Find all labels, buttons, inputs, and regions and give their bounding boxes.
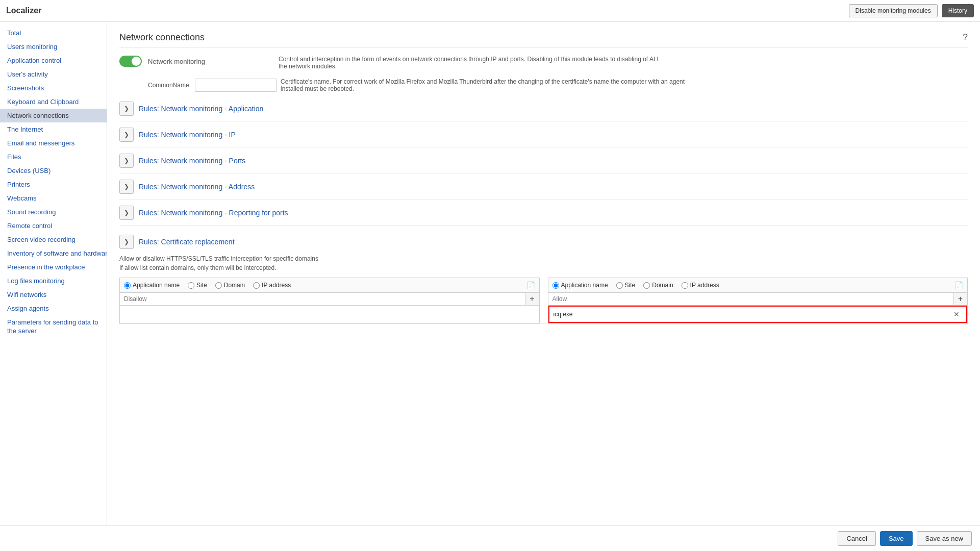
allow-input[interactable] [548, 293, 953, 305]
disallow-input-row: + [120, 293, 539, 306]
sidebar-item-keyboard-clipboard[interactable]: Keyboard and Clipboard [0, 95, 107, 109]
allow-radio-row: Application name Site Domain IP add [548, 278, 968, 293]
page-title-row: Network connections ? [119, 32, 968, 47]
sidebar-item-devices-usb[interactable]: Devices (USB) [0, 164, 107, 178]
disallow-radio-domain-label: Domain [224, 282, 245, 289]
chevron-application[interactable]: ❯ [119, 102, 134, 116]
rules-title-ip: Rules: Network monitoring - IP [139, 131, 236, 139]
rules-title-application: Rules: Network monitoring - Application [139, 105, 263, 113]
cert-tables: Application name Site Domain IP add [119, 278, 968, 323]
chevron-reporting-ports[interactable]: ❯ [119, 206, 134, 220]
allow-radio-site-label: Site [625, 282, 636, 289]
disallow-radio-ip-label: IP address [262, 282, 291, 289]
allow-radio-app-name-label: Application name [561, 282, 608, 289]
rules-title-ports: Rules: Network monitoring - Ports [139, 157, 245, 165]
sidebar-item-presence-workplace[interactable]: Presence in the workplace [0, 260, 107, 274]
save-button[interactable]: Save [880, 531, 913, 546]
disable-monitoring-button[interactable]: Disable monitoring modules [849, 4, 938, 17]
sidebar-item-parameters-sending[interactable]: Parameters for sending data to the serve… [0, 315, 107, 339]
rules-section-address: ❯ Rules: Network monitoring - Address [119, 174, 968, 199]
sidebar-item-network-connections[interactable]: Network connections [0, 109, 107, 122]
allow-radio-domain[interactable]: Domain [643, 282, 673, 289]
commonname-label: CommonName: [148, 82, 191, 89]
sidebar-item-application-control[interactable]: Application control [0, 54, 107, 67]
page-title: Network connections [119, 32, 205, 43]
sidebar-item-the-internet[interactable]: The Internet [0, 122, 107, 136]
disallow-radio-domain[interactable]: Domain [215, 282, 245, 289]
allow-radio-app-name[interactable]: Application name [552, 282, 608, 289]
sidebar-item-sound-recording[interactable]: Sound recording [0, 205, 107, 219]
sidebar-item-screen-video-recording[interactable]: Screen video recording [0, 233, 107, 246]
rules-section-ports: ❯ Rules: Network monitoring - Ports [119, 148, 968, 173]
content-area: Network connections ? Network monitoring… [107, 22, 980, 525]
allow-list-item-icq-text: icq.exe [554, 311, 951, 318]
cert-desc-line1: Allow or disallow HTTPS/SSL/TLS traffic … [119, 254, 968, 263]
rules-section-ip: ❯ Rules: Network monitoring - IP [119, 122, 968, 147]
allow-file-icon[interactable]: 📄 [954, 281, 963, 289]
rules-title-certificate: Rules: Certificate replacement [139, 238, 235, 246]
chevron-ports[interactable]: ❯ [119, 154, 134, 168]
sidebar-item-printers[interactable]: Printers [0, 178, 107, 191]
network-monitoring-desc: Control and interception in the form of … [279, 56, 661, 70]
disallow-radio-site-label: Site [196, 282, 207, 289]
rules-header-ip[interactable]: ❯ Rules: Network monitoring - IP [119, 122, 968, 147]
rules-header-ports[interactable]: ❯ Rules: Network monitoring - Ports [119, 148, 968, 173]
allow-radio-domain-label: Domain [652, 282, 673, 289]
sidebar-item-files[interactable]: Files [0, 150, 107, 164]
disallow-file-icon[interactable]: 📄 [526, 281, 535, 289]
disallow-radio-row: Application name Site Domain IP add [120, 278, 539, 293]
chevron-ip[interactable]: ❯ [119, 128, 134, 142]
sidebar-item-inventory[interactable]: Inventory of software and hardware [0, 246, 107, 260]
rules-header-certificate[interactable]: ❯ Rules: Certificate replacement [119, 230, 968, 254]
sidebar-item-screenshots[interactable]: Screenshots [0, 81, 107, 95]
disallow-table: Application name Site Domain IP add [119, 278, 540, 323]
sidebar-item-total[interactable]: Total [0, 26, 107, 40]
history-button[interactable]: History [942, 4, 974, 17]
network-monitoring-row: Network monitoring Control and intercept… [119, 56, 968, 70]
commonname-row: CommonName: Certificate's name. For corr… [148, 78, 968, 92]
cert-desc-line2: If allow list contain domains, only them… [119, 263, 968, 272]
sidebar-item-users-monitoring[interactable]: Users monitoring [0, 40, 107, 54]
header: Localizer Disable monitoring modules His… [0, 0, 980, 22]
allow-radio-site[interactable]: Site [616, 282, 636, 289]
disallow-radio-site[interactable]: Site [188, 282, 207, 289]
chevron-certificate[interactable]: ❯ [119, 235, 134, 249]
rules-section-reporting-ports: ❯ Rules: Network monitoring - Reporting … [119, 201, 968, 226]
disallow-radio-app-name-label: Application name [133, 282, 180, 289]
sidebar-item-assign-agents[interactable]: Assign agents [0, 302, 107, 315]
sidebar-item-email-messengers[interactable]: Email and messengers [0, 136, 107, 150]
allow-add-button[interactable]: + [953, 293, 967, 305]
allow-list-item-icq: icq.exe ✕ [548, 306, 968, 323]
disallow-add-button[interactable]: + [525, 293, 539, 305]
allow-input-row: + [548, 293, 968, 306]
main-layout: Total Users monitoring Application contr… [0, 22, 980, 525]
sidebar-item-users-activity[interactable]: User's activity [0, 67, 107, 81]
allow-list-item-icq-remove[interactable]: ✕ [951, 309, 962, 320]
chevron-address[interactable]: ❯ [119, 180, 134, 194]
help-icon[interactable]: ? [963, 32, 968, 43]
save-as-new-button[interactable]: Save as new [917, 531, 972, 546]
sidebar-item-remote-control[interactable]: Remote control [0, 219, 107, 233]
commonname-desc: Certificate's name. For correct work of … [281, 78, 689, 92]
rules-header-application[interactable]: ❯ Rules: Network monitoring - Applicatio… [119, 96, 968, 121]
cert-description: Allow or disallow HTTPS/SSL/TLS traffic … [119, 254, 968, 272]
rules-title-reporting-ports: Rules: Network monitoring - Reporting fo… [139, 209, 288, 217]
app-title: Localizer [6, 6, 41, 15]
allow-radio-ip-label: IP address [690, 282, 719, 289]
rules-header-address[interactable]: ❯ Rules: Network monitoring - Address [119, 174, 968, 199]
allow-radio-ip[interactable]: IP address [682, 282, 719, 289]
commonname-input[interactable] [195, 79, 277, 92]
rules-title-address: Rules: Network monitoring - Address [139, 183, 255, 191]
cancel-button[interactable]: Cancel [838, 531, 875, 546]
sidebar-item-wifi-networks[interactable]: Wifi networks [0, 288, 107, 302]
rules-header-reporting-ports[interactable]: ❯ Rules: Network monitoring - Reporting … [119, 201, 968, 225]
sidebar-item-log-files[interactable]: Log files monitoring [0, 274, 107, 288]
disallow-radio-ip[interactable]: IP address [253, 282, 291, 289]
toggle-part: Network monitoring [119, 56, 272, 67]
network-monitoring-toggle[interactable] [119, 56, 142, 67]
disallow-radio-app-name[interactable]: Application name [124, 282, 180, 289]
disallow-input[interactable] [120, 293, 525, 305]
header-buttons: Disable monitoring modules History [849, 4, 974, 17]
sidebar-item-webcams[interactable]: Webcams [0, 191, 107, 205]
network-monitoring-label: Network monitoring [148, 58, 205, 65]
